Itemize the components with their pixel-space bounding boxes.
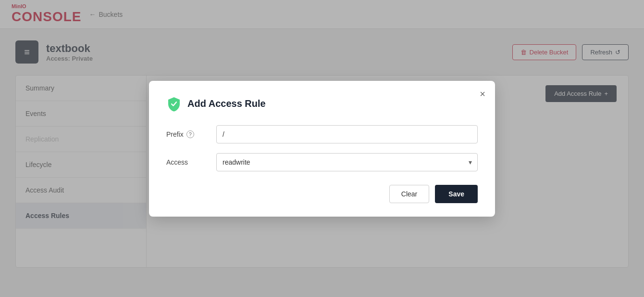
prefix-form-row: Prefix ? (166, 125, 478, 143)
shield-icon (166, 96, 182, 112)
modal-overlay: × Add Access Rule Prefix ? Access (0, 0, 644, 279)
access-select-wrap: readonly writeonly readwrite ▾ (216, 153, 478, 171)
clear-button[interactable]: Clear (389, 185, 429, 203)
access-label: Access (166, 158, 205, 166)
modal-title-row: Add Access Rule (166, 96, 478, 112)
access-select[interactable]: readonly writeonly readwrite (216, 153, 478, 171)
prefix-label: Prefix ? (166, 130, 205, 138)
access-form-row: Access readonly writeonly readwrite ▾ (166, 153, 478, 171)
modal-footer: Clear Save (166, 185, 478, 203)
prefix-help-icon[interactable]: ? (186, 130, 194, 138)
prefix-input[interactable] (216, 125, 478, 143)
modal-title: Add Access Rule (187, 98, 266, 109)
modal-close-button[interactable]: × (480, 89, 485, 100)
add-access-rule-modal: × Add Access Rule Prefix ? Access (149, 81, 495, 217)
save-button[interactable]: Save (435, 185, 478, 203)
